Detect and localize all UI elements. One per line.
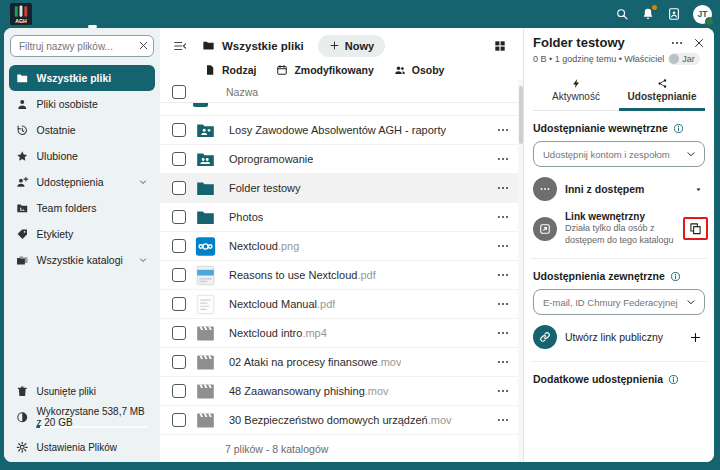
row-actions-icon[interactable] xyxy=(496,384,510,398)
app-icon[interactable] xyxy=(274,7,289,22)
external-share-select[interactable] xyxy=(533,289,705,315)
app-icon[interactable] xyxy=(166,7,181,22)
internal-link-row[interactable]: Link wewnętrzny Działa tylko dla osób z … xyxy=(533,211,705,246)
row-checkbox[interactable] xyxy=(172,181,186,195)
app-icon[interactable] xyxy=(139,7,154,22)
app-content: Wszystkie pliki Pliki osobiste Ostatnie … xyxy=(4,28,714,462)
row-checkbox[interactable] xyxy=(172,384,186,398)
app-icon[interactable] xyxy=(58,7,73,22)
row-checkbox[interactable] xyxy=(172,239,186,253)
sidebar-item[interactable]: Etykiety xyxy=(9,221,155,247)
row-checkbox[interactable] xyxy=(172,413,186,427)
sidebar-item[interactable]: Ulubione xyxy=(9,143,155,169)
app-icon[interactable] xyxy=(85,7,100,22)
file-row[interactable]: Photos xyxy=(160,203,523,232)
info-icon[interactable] xyxy=(673,123,684,134)
chevron-down-icon[interactable] xyxy=(138,255,148,265)
file-row[interactable]: Nextcloud.png xyxy=(160,232,523,261)
file-row[interactable]: Nextcloud Manual.pdf xyxy=(160,290,523,319)
sidebar-item[interactable]: Team folders xyxy=(9,195,155,221)
row-actions-icon[interactable] xyxy=(496,181,510,195)
file-row[interactable]: 30 Bezpieczeństwo domowych urządzeń.mov xyxy=(160,406,523,435)
file-row[interactable]: Losy Zawodowe Absolwentów AGH - raporty xyxy=(160,116,523,145)
chevron-down-icon[interactable] xyxy=(138,177,148,187)
clear-filter-icon[interactable] xyxy=(138,40,149,51)
file-row[interactable]: Folder testowy xyxy=(160,174,523,203)
thumb-nextcloud-icon xyxy=(195,236,216,257)
filter-chip[interactable]: Rodzaj xyxy=(204,64,256,76)
sidebar-item[interactable]: Wszystkie pliki xyxy=(9,65,155,91)
scrollbar-thumb[interactable] xyxy=(519,86,523,144)
filter-files-input[interactable] xyxy=(10,35,154,57)
row-checkbox[interactable] xyxy=(172,297,186,311)
row-checkbox[interactable] xyxy=(172,210,186,224)
select-all-checkbox[interactable] xyxy=(172,85,186,99)
panel-actions-icon[interactable] xyxy=(670,36,684,50)
row-checkbox[interactable] xyxy=(172,152,186,166)
caret-down-icon[interactable] xyxy=(694,185,703,194)
sidebar-item[interactable]: Udostępnienia xyxy=(9,169,155,195)
sidebar-bottom-item[interactable]: Usunięte pliki xyxy=(9,378,155,404)
sidebar-item[interactable]: Wszystkie katalogi xyxy=(9,247,155,273)
app-icon[interactable] xyxy=(220,7,235,22)
app-icon[interactable] xyxy=(247,7,262,22)
sidebar-bottom-item[interactable]: Ustawienia Plików xyxy=(9,434,155,460)
app-icon[interactable] xyxy=(112,7,127,22)
file-row[interactable]: 02 Ataki na procesy finansowe.mov xyxy=(160,348,523,377)
app-menu xyxy=(58,7,397,22)
app-icon[interactable] xyxy=(193,7,208,22)
breadcrumb-label: Wszystkie pliki xyxy=(222,40,304,52)
search-icon[interactable] xyxy=(615,7,629,21)
grid-view-icon[interactable] xyxy=(493,39,507,53)
file-row[interactable]: Oprogramowanie xyxy=(160,145,523,174)
row-actions-icon[interactable] xyxy=(496,210,510,224)
others-with-access-row[interactable]: Inni z dostępem xyxy=(533,177,705,201)
panel-tab[interactable]: Aktywność xyxy=(533,74,619,111)
app-icon[interactable] xyxy=(328,7,343,22)
row-actions-icon[interactable] xyxy=(496,326,510,340)
file-row[interactable]: Reasons to use Nextcloud.pdf xyxy=(160,261,523,290)
close-icon[interactable] xyxy=(693,37,705,49)
new-button[interactable]: Nowy xyxy=(318,35,385,57)
row-actions-icon[interactable] xyxy=(496,297,510,311)
row-checkbox[interactable] xyxy=(172,268,186,282)
row-actions-icon[interactable] xyxy=(496,239,510,253)
column-name-header[interactable]: Nazwa xyxy=(226,86,258,98)
notifications-bell-icon[interactable] xyxy=(641,7,655,21)
row-actions-icon[interactable] xyxy=(496,355,510,369)
app-icon[interactable] xyxy=(301,7,316,22)
row-actions-icon[interactable] xyxy=(496,152,510,166)
sidebar-bottom-item[interactable]: Wykorzystane 538,7 MB z 20 GB xyxy=(9,404,155,430)
external-share-input[interactable] xyxy=(541,296,685,309)
file-row[interactable]: Nextcloud intro.mp4 xyxy=(160,319,523,348)
app-icon[interactable] xyxy=(355,7,370,22)
row-checkbox[interactable] xyxy=(172,355,186,369)
agh-logo[interactable]: AGH xyxy=(10,3,32,25)
add-public-link-icon[interactable] xyxy=(689,331,702,344)
internal-share-input[interactable] xyxy=(541,148,685,161)
folder-icon xyxy=(195,178,216,199)
row-actions-icon[interactable] xyxy=(496,268,510,282)
row-actions-icon[interactable] xyxy=(496,413,510,427)
info-icon[interactable] xyxy=(670,271,681,282)
row-checkbox[interactable] xyxy=(172,123,186,137)
contacts-icon[interactable] xyxy=(667,7,681,21)
info-icon[interactable] xyxy=(668,374,679,385)
sidebar-item[interactable]: Pliki osobiste xyxy=(9,91,155,117)
create-public-link-row[interactable]: Utwórz link publiczny xyxy=(533,325,705,349)
copy-link-icon[interactable] xyxy=(689,222,702,235)
owner-chip[interactable]: Jar xyxy=(668,53,700,65)
sidebar-item[interactable]: Ostatnie xyxy=(9,117,155,143)
internal-share-select[interactable] xyxy=(533,141,705,167)
panel-tab[interactable]: Udostępnianie xyxy=(619,74,705,111)
app-icon[interactable] xyxy=(382,7,397,22)
row-checkbox[interactable] xyxy=(172,326,186,340)
user-avatar[interactable]: JT xyxy=(693,5,712,24)
filter-chip[interactable]: Osoby xyxy=(394,64,445,76)
filter-chip[interactable]: Zmodyfikowany xyxy=(276,64,373,76)
users-icon xyxy=(394,64,406,76)
breadcrumb[interactable]: Wszystkie pliki xyxy=(202,39,304,52)
file-row[interactable]: 48 Zaawansowany phishing.mov xyxy=(160,377,523,406)
row-actions-icon[interactable] xyxy=(496,123,510,137)
collapse-navigation-icon[interactable] xyxy=(172,39,188,53)
